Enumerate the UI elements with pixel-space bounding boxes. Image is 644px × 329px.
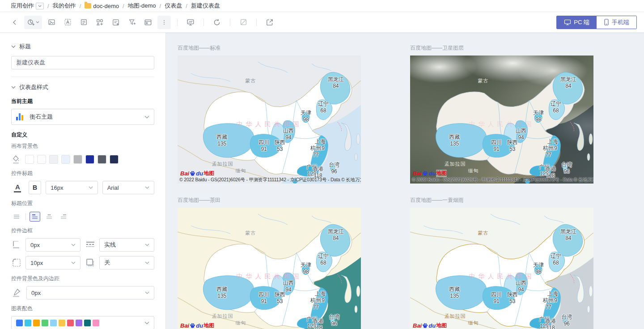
refresh-button[interactable] bbox=[210, 16, 224, 29]
breadcrumb-dashboard[interactable]: 仪表盘 bbox=[165, 2, 182, 10]
current-theme-label: 当前主题 bbox=[11, 98, 154, 105]
widget-padding-select[interactable]: 0px bbox=[26, 286, 154, 299]
dashboard-title-input[interactable] bbox=[11, 56, 154, 69]
add-panel-button[interactable] bbox=[141, 16, 155, 29]
border-width-select[interactable]: 0px bbox=[25, 238, 80, 252]
widget-bg-label: 控件背景色及内边距 bbox=[11, 275, 154, 282]
province-name: 黑龙江 bbox=[560, 228, 576, 235]
title-position-group bbox=[11, 212, 154, 222]
shadow-select[interactable]: 关 bbox=[99, 256, 154, 269]
canvas-bg-color-swatch[interactable] bbox=[25, 155, 34, 164]
canvas-bg-color-swatch[interactable] bbox=[61, 155, 70, 164]
palette-color-chip bbox=[42, 320, 48, 326]
share-button[interactable] bbox=[263, 16, 276, 29]
border-radius-icon bbox=[11, 257, 22, 268]
mobile-view-button[interactable]: 手机端 bbox=[597, 16, 636, 29]
font-size-select[interactable]: 16px bbox=[46, 181, 97, 194]
province-value: 84 bbox=[328, 235, 344, 242]
add-image-button[interactable] bbox=[45, 16, 58, 29]
province-name: 上海 bbox=[547, 291, 558, 297]
baidu-map-widget[interactable]: 中华人民共和国 蒙古孟加拉国缅甸黑龙江84辽宁68天津98山西94陕西53西藏1… bbox=[178, 56, 361, 184]
country-label: 缅甸 bbox=[235, 167, 246, 174]
palette-color-chip bbox=[67, 320, 74, 326]
province-value: 118 bbox=[545, 325, 556, 329]
province-data-label: 黑龙江84 bbox=[560, 228, 576, 242]
bold-button[interactable]: B bbox=[29, 181, 42, 194]
border-radius-select[interactable]: 10px bbox=[25, 256, 80, 269]
border-style-select[interactable]: 实线 bbox=[99, 238, 154, 252]
add-filter-list-button[interactable] bbox=[109, 16, 123, 29]
back-button[interactable] bbox=[8, 16, 21, 29]
paint-brush-icon bbox=[11, 287, 22, 298]
breadcrumb-label: doc-demo bbox=[93, 3, 119, 9]
add-text-button[interactable] bbox=[61, 16, 74, 29]
baidu-logo-text: du bbox=[196, 322, 203, 329]
canvas-bg-color-swatch[interactable] bbox=[85, 155, 94, 164]
province-data-label: 天津98 bbox=[533, 110, 544, 123]
title-align-left-button[interactable] bbox=[30, 212, 40, 222]
province-value: 135 bbox=[216, 141, 227, 147]
breadcrumb-folder[interactable]: doc-demo bbox=[85, 3, 119, 9]
palette-color-chip bbox=[84, 320, 91, 326]
province-data-label: 辽宁68 bbox=[551, 253, 561, 266]
pc-view-button[interactable]: PC 端 bbox=[557, 16, 597, 29]
province-data-label: 黑龙江84 bbox=[328, 76, 344, 90]
province-name: 台湾 bbox=[561, 314, 572, 320]
add-chart-button[interactable] bbox=[24, 16, 42, 29]
title-hidden-button[interactable] bbox=[11, 212, 22, 222]
baidu-map-widget[interactable]: 中华人民共和国 蒙古孟加拉国缅甸黑龙江84辽宁68天津98山西94陕西53西藏1… bbox=[410, 56, 593, 184]
theme-select[interactable]: 衡石主题 bbox=[11, 109, 154, 125]
add-form-button[interactable] bbox=[77, 16, 90, 29]
baidu-map-text: 地图 bbox=[436, 170, 447, 177]
province-data-label: 杭州77 bbox=[310, 145, 321, 158]
theme-name: 衡石主题 bbox=[30, 113, 141, 121]
canvas-bg-color-swatch[interactable] bbox=[73, 155, 82, 164]
breadcrumb-map-demo[interactable]: 地图-demo bbox=[128, 2, 156, 10]
province-data-label: 四川91 bbox=[258, 139, 269, 153]
baidu-logo: Bai du 地图 bbox=[413, 170, 447, 177]
province-value: 68 bbox=[551, 260, 561, 266]
province-name: 四川 bbox=[491, 139, 502, 145]
province-data-label: 山西94 bbox=[283, 280, 294, 293]
province-value: 84 bbox=[560, 235, 576, 242]
section-dashboard-style-header[interactable]: 仪表盘样式 bbox=[11, 83, 154, 91]
chevron-down-icon bbox=[36, 21, 39, 23]
chart-palette-select[interactable] bbox=[11, 316, 154, 329]
present-button[interactable] bbox=[184, 16, 197, 29]
province-name: 香港 bbox=[545, 318, 556, 324]
baidu-map-widget[interactable]: 中华人民共和国 蒙古孟加拉国缅甸黑龙江84辽宁68天津98山西94陕西53西藏1… bbox=[178, 208, 361, 329]
canvas-bg-color-swatch[interactable] bbox=[49, 155, 58, 164]
baidu-paw-icon bbox=[190, 171, 195, 176]
title-align-right-button[interactable] bbox=[58, 212, 69, 222]
more-button[interactable] bbox=[157, 16, 171, 29]
canvas-bg-color-swatch[interactable] bbox=[97, 155, 106, 164]
font-color-button[interactable]: A bbox=[11, 181, 24, 194]
paint-bucket-icon bbox=[11, 154, 21, 164]
breadcrumb-app-creation[interactable]: 应用创作 bbox=[11, 2, 44, 10]
canvas-bg-color-swatch[interactable] bbox=[110, 155, 119, 164]
province-value: 77 bbox=[310, 304, 321, 311]
font-family-select[interactable]: Arial bbox=[102, 181, 154, 194]
province-name: 上海 bbox=[315, 138, 326, 145]
baidu-map-widget[interactable]: 中华人民共和国 蒙古孟加拉国缅甸黑龙江84辽宁68天津98山西94陕西53西藏1… bbox=[410, 208, 593, 329]
chevron-down-icon bbox=[144, 115, 149, 119]
breadcrumb-new-dashboard[interactable]: 新建仪表盘 bbox=[191, 2, 220, 10]
title-align-center-button[interactable] bbox=[44, 212, 55, 222]
province-data-label: 香港118 bbox=[313, 318, 323, 329]
contrast-button[interactable] bbox=[237, 16, 250, 29]
palette-color-chip bbox=[16, 320, 23, 326]
font-family-value: Arial bbox=[107, 184, 141, 191]
add-widget-button[interactable] bbox=[93, 16, 106, 29]
funnel-filter-button[interactable] bbox=[125, 16, 139, 29]
canvas-bg-color-swatch[interactable] bbox=[37, 155, 46, 164]
breadcrumb-dropdown-icon[interactable] bbox=[36, 3, 44, 9]
province-data-label: 山西94 bbox=[516, 128, 526, 141]
province-name: 山西 bbox=[283, 128, 294, 134]
province-data-label: 四川91 bbox=[491, 291, 502, 305]
baidu-map-text: 地图 bbox=[203, 322, 214, 329]
baidu-logo: Bai du 地图 bbox=[180, 170, 214, 177]
province-data-label: 天津98 bbox=[301, 110, 311, 123]
breadcrumb-my-creation[interactable]: 我的创作 bbox=[53, 2, 76, 10]
pc-view-label: PC 端 bbox=[574, 18, 589, 26]
section-title-header[interactable]: 标题 bbox=[11, 43, 154, 51]
